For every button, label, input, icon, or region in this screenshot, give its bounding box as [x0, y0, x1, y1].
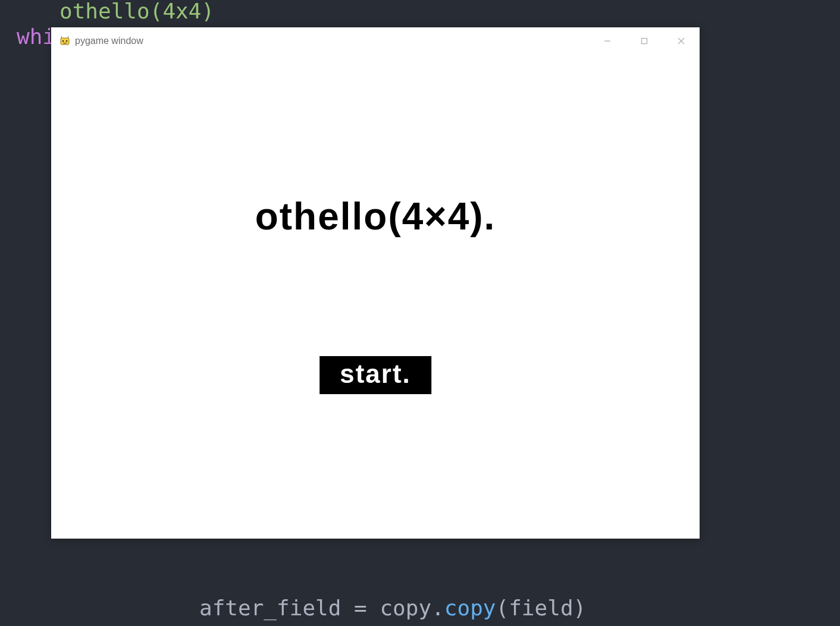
window-controls [589, 27, 700, 55]
svg-point-2 [66, 40, 68, 42]
close-button[interactable] [663, 27, 700, 55]
code-function: copy [444, 596, 496, 620]
code-text: othello(4x4) [59, 0, 214, 23]
code-text: after_field = copy. [199, 596, 444, 620]
maximize-button[interactable] [626, 27, 663, 55]
game-canvas: othello(4×4). start. [51, 55, 700, 539]
code-text: (field) [496, 596, 587, 620]
window-titlebar[interactable]: pygame window [51, 27, 700, 55]
window-title: pygame window [75, 36, 143, 46]
pygame-window: pygame window othello(4×4). start. [51, 27, 700, 539]
svg-point-1 [62, 40, 64, 42]
code-line: after_field = copy.copy(field) [199, 594, 586, 623]
pygame-icon [59, 36, 70, 46]
start-button[interactable]: start. [319, 356, 431, 394]
game-title: othello(4×4). [255, 194, 496, 238]
minimize-button[interactable] [589, 27, 626, 55]
svg-rect-4 [642, 39, 647, 44]
